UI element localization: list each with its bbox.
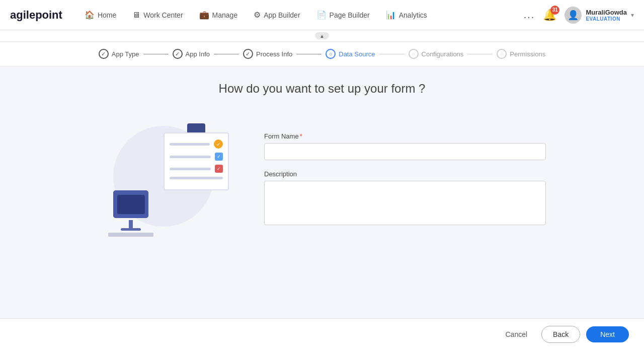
step-icon-app-info: ✓: [173, 49, 183, 59]
gear-icon: ⚙: [254, 10, 261, 20]
nav-manage-label: Manage: [212, 11, 238, 19]
nav-manage[interactable]: 💼 Manage: [192, 6, 245, 24]
nav-page-builder-label: Page Builder: [330, 11, 370, 19]
form-name-group: Form Name*: [264, 132, 546, 160]
user-name: MuraliGowda: [586, 9, 627, 16]
monitor-icon: 🖥: [132, 11, 140, 20]
step-icon-configurations: ○: [409, 49, 419, 59]
description-label: Description: [264, 170, 546, 178]
form-fields: Form Name* Description: [264, 132, 546, 225]
collapse-bar: ▲: [0, 30, 644, 42]
nav-page-builder[interactable]: 📄 Page Builder: [309, 6, 377, 24]
briefcase-icon: 💼: [199, 10, 209, 20]
step-icon-data-source: ○: [326, 49, 336, 59]
chevron-down-icon: ▾: [631, 12, 634, 19]
step-label-app-info: App Info: [186, 50, 210, 58]
navbar-right: ... 🔔 31 👤 MuraliGowda EVALUATION ▾: [524, 7, 634, 24]
step-label-data-source: Data Source: [339, 50, 375, 58]
clipboard-row-2: ✓: [170, 153, 223, 161]
notification-bell[interactable]: 🔔 31: [543, 9, 556, 22]
step-permissions[interactable]: ○ Permissions: [497, 49, 545, 59]
step-line-3: [296, 54, 321, 54]
clipboard-row-1: ✓: [170, 139, 223, 149]
step-line-1: [143, 54, 169, 54]
stepper-bar: ✓ App Type ✓ App Info ✓ Process Info ○ D…: [0, 42, 644, 66]
clipboard-body: ✓ ✓ ✓: [164, 132, 229, 190]
nav-work-center-label: Work Center: [143, 11, 183, 19]
more-menu-button[interactable]: ...: [524, 9, 535, 21]
illustration-desk: [108, 190, 153, 237]
clipboard-handle: [187, 123, 205, 132]
step-label-configurations: Configurations: [422, 50, 464, 58]
collapse-button[interactable]: ▲: [315, 32, 329, 39]
step-app-type[interactable]: ✓ App Type: [99, 49, 139, 59]
check-square-1: ✓: [215, 153, 223, 161]
nav-home[interactable]: 🏠 Home: [77, 6, 123, 24]
step-line-4: [379, 54, 405, 54]
check-square-2: ✓: [215, 165, 223, 173]
user-evaluation-badge: EVALUATION: [586, 16, 627, 22]
nav-analytics-label: Analytics: [399, 11, 427, 19]
main-content: How do you want to set up your form ?: [0, 66, 644, 308]
illustration-clipboard: ✓ ✓ ✓: [164, 123, 229, 190]
page-icon: 📄: [316, 10, 327, 20]
form-area: ✓ ✓ ✓: [96, 116, 548, 242]
step-icon-process-info: ✓: [243, 49, 253, 59]
page-title: How do you want to set up your form ?: [10, 82, 634, 96]
step-process-info[interactable]: ✓ Process Info: [243, 49, 292, 59]
user-info: MuraliGowda EVALUATION: [586, 9, 627, 22]
step-line-5: [467, 54, 493, 54]
step-data-source[interactable]: ○ Data Source: [326, 49, 375, 59]
step-line-2: [214, 54, 239, 54]
check-circle-1: ✓: [214, 139, 223, 149]
avatar: 👤: [565, 7, 582, 24]
nav-analytics[interactable]: 📊 Analytics: [379, 6, 434, 24]
step-app-info[interactable]: ✓ App Info: [173, 49, 210, 59]
step-icon-app-type: ✓: [99, 49, 109, 59]
step-label-app-type: App Type: [112, 50, 139, 58]
stepper: ✓ App Type ✓ App Info ✓ Process Info ○ D…: [99, 49, 545, 59]
chart-icon: 📊: [386, 10, 396, 20]
step-icon-permissions: ○: [497, 49, 507, 59]
clipboard-row-3: ✓: [170, 165, 223, 173]
brand-name: agilepoint: [10, 9, 62, 21]
navbar: agilepoint 🏠 Home 🖥 Work Center 💼 Manage…: [0, 0, 644, 30]
form-name-label: Form Name*: [264, 132, 546, 140]
desk-base: [121, 228, 141, 231]
clipboard-row-4: [170, 177, 223, 179]
notification-badge: 31: [550, 6, 559, 15]
form-illustration: ✓ ✓ ✓: [98, 116, 234, 242]
step-label-permissions: Permissions: [510, 50, 545, 58]
nav-app-builder[interactable]: ⚙ App Builder: [247, 6, 307, 24]
description-input[interactable]: [264, 181, 546, 225]
step-label-process-info: Process Info: [256, 50, 292, 58]
nav-work-center[interactable]: 🖥 Work Center: [125, 7, 190, 24]
desk-monitor: [113, 190, 148, 218]
nav-home-label: Home: [98, 11, 116, 19]
step-configurations[interactable]: ○ Configurations: [409, 49, 464, 59]
home-icon: 🏠: [85, 10, 95, 20]
user-menu[interactable]: 👤 MuraliGowda EVALUATION ▾: [565, 7, 634, 24]
form-name-input[interactable]: [264, 143, 546, 160]
description-group: Description: [264, 170, 546, 225]
nav-menu: 🏠 Home 🖥 Work Center 💼 Manage ⚙ App Buil…: [77, 6, 524, 24]
brand-logo[interactable]: agilepoint: [10, 9, 62, 22]
nav-app-builder-label: App Builder: [264, 11, 300, 19]
desk-stand: [129, 220, 133, 228]
required-star: *: [300, 132, 302, 140]
